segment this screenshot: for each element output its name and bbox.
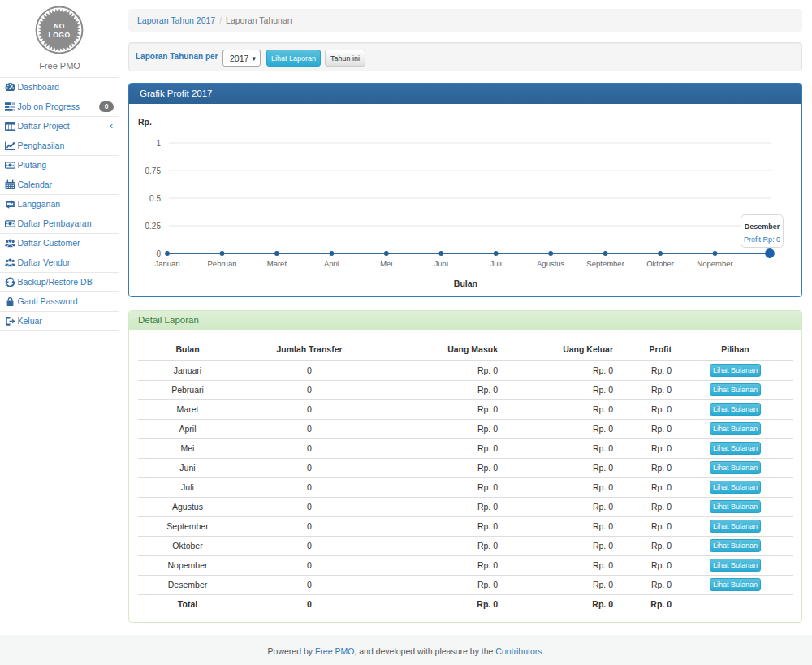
svg-text:Mei: Mei [380, 259, 392, 268]
svg-text:LOGO: LOGO [48, 31, 70, 39]
svg-text:0.25: 0.25 [145, 222, 162, 231]
svg-text:April: April [324, 259, 339, 268]
svg-text:Maret: Maret [267, 259, 287, 268]
svg-text:Juli: Juli [490, 259, 502, 268]
svg-text:September: September [586, 259, 624, 268]
svg-text:Desember: Desember [745, 222, 780, 231]
svg-text:Nopember: Nopember [697, 259, 732, 268]
svg-text:0.5: 0.5 [149, 194, 161, 203]
svg-text:1: 1 [156, 139, 161, 148]
svg-text:Bulan: Bulan [454, 279, 477, 288]
svg-text:Profit Rp: 0: Profit Rp: 0 [744, 235, 780, 244]
svg-text:Pebruari: Pebruari [208, 259, 237, 268]
svg-text:0.75: 0.75 [145, 166, 162, 175]
svg-text:Rp.: Rp. [138, 117, 152, 127]
svg-text:Januari: Januari [154, 259, 179, 268]
svg-text:Juni: Juni [434, 259, 448, 268]
svg-text:Agustus: Agustus [537, 259, 565, 268]
svg-text:Oktober: Oktober [646, 259, 674, 268]
svg-text:0: 0 [156, 249, 161, 258]
svg-text:NO: NO [54, 22, 65, 30]
